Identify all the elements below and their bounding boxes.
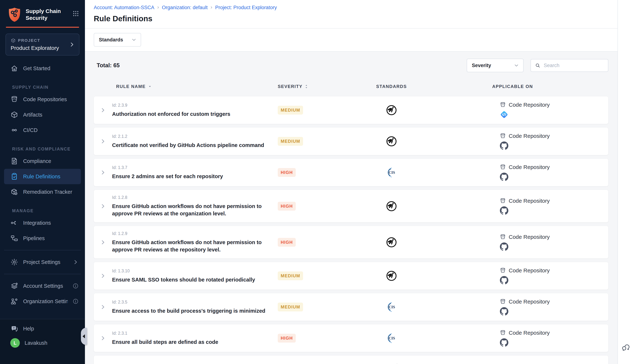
severity-filter-dropdown[interactable]: Severity xyxy=(467,59,524,72)
repository-icon: </> xyxy=(500,298,506,305)
breadcrumb-project-link[interactable]: Project: Product Exploratory xyxy=(215,5,277,10)
rule-name: Ensure access to the build process's tri… xyxy=(112,307,275,314)
rule-row[interactable]: Id: 1.2.9 Ensure GitHub action workflows… xyxy=(94,226,608,258)
breadcrumb-separator: › xyxy=(157,4,159,11)
standards-icons xyxy=(347,270,436,282)
page-title: Rule Definitions xyxy=(94,14,609,23)
sidebar-item-rule-definitions[interactable]: Rule Definitions xyxy=(4,169,81,184)
search-input[interactable] xyxy=(543,62,604,68)
rules-panel: Total: 65 Severity RULE NAME xyxy=(85,52,617,364)
svg-text:</>: </> xyxy=(501,332,504,334)
sidebar-item-pipelines[interactable]: Pipelines xyxy=(0,230,85,246)
column-header-applicable-on: APPLICABLE ON xyxy=(436,84,608,89)
github-icon xyxy=(500,173,508,181)
row-expand-chevron-icon[interactable] xyxy=(100,107,106,113)
applicable-on-label: Code Repository xyxy=(509,133,550,139)
cis-icon: CIS xyxy=(380,363,392,364)
rule-id: Id: 2.3.5 xyxy=(112,300,275,304)
search-icon xyxy=(535,63,540,68)
repository-icon: </> xyxy=(500,133,506,139)
rule-name: Ensure GitHub action workflows do not ha… xyxy=(112,202,275,217)
sort-arrows-icon xyxy=(304,84,309,89)
rule-row[interactable]: Id: 1.3.7 Ensure 2 admins are set for ea… xyxy=(94,159,608,186)
svg-text:</>: </> xyxy=(501,200,504,202)
sidebar-item-organization-settings[interactable]: Organization Settings xyxy=(0,294,85,309)
layers-gear-icon xyxy=(10,282,18,290)
github-icon xyxy=(500,242,508,251)
column-header-rule-name[interactable]: RULE NAME xyxy=(112,84,275,89)
harness-icon xyxy=(500,110,508,119)
integrations-icon xyxy=(10,219,18,227)
svg-text:</>: </> xyxy=(501,104,504,106)
rule-row[interactable]: Id: 1.3.10 Ensure SAML SSO tokens should… xyxy=(94,262,608,290)
rule-id: Id: 2.3.1 xyxy=(112,331,275,336)
sidebar-divider xyxy=(4,250,81,250)
sidebar-item-get-started[interactable]: Get Started xyxy=(0,61,85,76)
severity-badge: HIGH xyxy=(278,168,296,177)
project-selector[interactable]: PROJECT Product Exploratory xyxy=(6,34,79,56)
sidebar-item-project-settings[interactable]: Project Settings xyxy=(0,254,85,270)
rule-row[interactable]: Id: 2.1.2 Certificate not verified by Gi… xyxy=(94,128,608,155)
github-icon xyxy=(500,206,508,215)
box-icon xyxy=(10,111,18,119)
row-expand-chevron-icon[interactable] xyxy=(100,169,106,176)
github-icon xyxy=(500,307,508,316)
applicable-on-label: Code Repository xyxy=(509,102,550,108)
clipboard-check-icon xyxy=(10,172,18,180)
search-box[interactable] xyxy=(530,59,608,72)
avatar: L xyxy=(10,338,20,348)
row-expand-chevron-icon[interactable] xyxy=(100,304,106,310)
row-expand-chevron-icon[interactable] xyxy=(100,335,106,341)
standards-icons: CIS xyxy=(347,332,436,344)
repository-icon: </> xyxy=(500,330,506,336)
cis-icon: CIS xyxy=(385,301,398,313)
row-expand-chevron-icon[interactable] xyxy=(100,203,106,209)
svg-text:?: ? xyxy=(13,326,15,330)
sidebar-item-account-settings[interactable]: Account Settings xyxy=(0,278,85,294)
breadcrumb-organization-link[interactable]: Organization: default xyxy=(162,5,208,10)
rule-row[interactable]: Id: 1.2.8 Ensure GitHub action workflows… xyxy=(94,190,608,222)
sidebar-item-compliance[interactable]: Compliance xyxy=(0,154,85,169)
row-expand-chevron-icon[interactable] xyxy=(100,239,106,246)
severity-badge: HIGH xyxy=(278,238,296,247)
rule-name: Ensure GitHub action workflows do not ha… xyxy=(112,239,275,253)
gear-icon xyxy=(10,258,18,266)
repository-icon: </> xyxy=(500,234,506,240)
owasp-icon xyxy=(391,363,403,364)
sidebar-collapse-handle[interactable] xyxy=(81,328,87,345)
row-expand-chevron-icon[interactable] xyxy=(100,273,106,279)
applicable-on-label: Code Repository xyxy=(509,298,550,305)
rule-id: Id: 2.3.9 xyxy=(112,103,275,108)
rule-row[interactable]: Id: 1.1.9 HIGH CIS </> Code Repository xyxy=(94,356,608,364)
standards-icons: CIS xyxy=(347,166,436,178)
svg-text:</>: </> xyxy=(501,166,504,168)
module-switcher-grid-icon[interactable] xyxy=(72,10,79,17)
caret-down-icon xyxy=(148,84,152,88)
support-chat-icon[interactable] xyxy=(621,343,630,352)
rule-row[interactable]: Id: 2.3.1 Ensure all build steps are def… xyxy=(94,324,608,352)
user-menu[interactable]: L Lavakush xyxy=(0,336,85,350)
help-chat-icon: ? xyxy=(10,324,18,333)
rule-name: Ensure 2 admins are set for each reposit… xyxy=(112,173,275,180)
project-name: Product Exploratory xyxy=(11,45,59,51)
standards-filter-dropdown[interactable]: Standards xyxy=(94,33,141,46)
breadcrumb-account-link[interactable]: Account: Automation-SSCA xyxy=(94,5,154,10)
rule-row[interactable]: Id: 2.3.9 Authorization not enforced for… xyxy=(94,96,608,124)
column-header-severity[interactable]: SEVERITY xyxy=(275,84,347,89)
svg-text:</>: </> xyxy=(501,135,504,137)
standards-icons: CIS xyxy=(347,363,436,364)
sidebar-item-artifacts[interactable]: Artifacts xyxy=(0,107,85,122)
sidebar-item-ci-cd[interactable]: CI/CD xyxy=(0,122,85,138)
owasp-icon xyxy=(385,104,398,116)
sidebar-divider xyxy=(4,274,81,274)
sidebar-item-remediation-tracker[interactable]: Remediation Tracker xyxy=(0,184,85,200)
row-expand-chevron-icon[interactable] xyxy=(100,138,106,144)
sidebar-item-integrations[interactable]: Integrations xyxy=(0,215,85,230)
sidebar-item-code-repositories[interactable]: </> Code Repositories xyxy=(0,92,85,107)
infinity-icon xyxy=(10,126,18,134)
svg-text:CIS: CIS xyxy=(389,336,395,340)
rule-row[interactable]: Id: 2.3.5 Ensure access to the build pro… xyxy=(94,293,608,321)
sidebar-item-help[interactable]: ? Help xyxy=(0,322,85,336)
repository-icon: </> xyxy=(500,198,506,204)
breadcrumb-separator: › xyxy=(211,4,212,11)
